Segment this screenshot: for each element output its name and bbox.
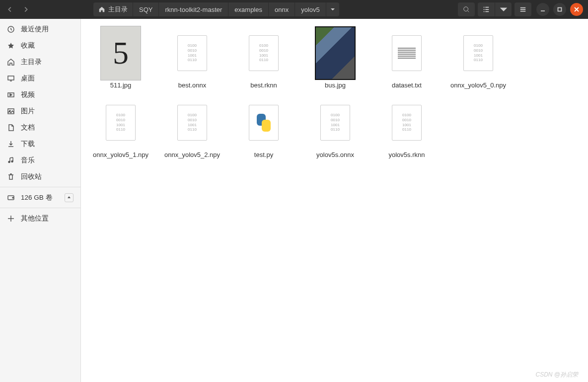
sidebar-item-recent[interactable]: 最近使用 [0,21,80,37]
sidebar-item-home[interactable]: 主目录 [0,54,80,70]
sidebar-item-videos[interactable]: 视频 [0,86,80,103]
breadcrumb-item[interactable]: onnx [269,2,295,16]
breadcrumb-home-label: 主目录 [108,5,128,14]
svg-rect-3 [8,76,14,80]
file-label: test.py [254,151,273,158]
video-icon [7,91,15,99]
file-item[interactable]: dataset.txt [371,25,442,94]
binary-file-icon: 0100001010010110 [463,35,493,71]
plus-icon [7,215,15,223]
svg-rect-1 [558,8,562,11]
file-label: yolov5s.onnx [316,151,354,158]
svg-point-0 [464,7,468,11]
binary-file-icon: 0100001010010110 [177,105,207,141]
sidebar-item-pictures[interactable]: 图片 [0,103,80,119]
sidebar-item-label: 收藏 [21,41,35,50]
sidebar-item-label: 回收站 [21,172,42,181]
file-item[interactable]: bus.jpg [299,25,371,94]
file-item[interactable]: 0100001010010110yolov5s.onnx [299,94,371,164]
sidebar-item-music[interactable]: 音乐 [0,152,80,168]
sidebar-item-desktop[interactable]: 桌面 [0,70,80,86]
clock-icon [7,25,15,33]
sidebar-item-starred[interactable]: 收藏 [0,37,80,54]
binary-file-icon: 0100001010010110 [320,105,350,141]
trash-icon [7,173,15,181]
document-icon [7,124,15,132]
eject-button[interactable] [65,193,74,202]
breadcrumb-dropdown[interactable] [326,7,339,12]
file-item[interactable]: 0100001010010110onnx_yolov5_1.npy [85,94,156,164]
breadcrumb-item[interactable]: rknn-toolkit2-master [159,2,228,16]
monitor-icon [7,75,15,82]
sidebar-item-label: 126 GB 卷 [21,193,53,202]
sidebar-item-label: 下载 [21,140,35,149]
sidebar-item-label: 桌面 [21,74,35,83]
sidebar-other-locations[interactable]: 其他位置 [0,210,80,227]
file-item[interactable]: 0100001010010110onnx_yolov5_2.npy [156,94,228,164]
file-label: bus.jpg [325,81,346,89]
file-label: onnx_yolov5_2.npy [164,151,220,158]
download-icon [7,140,15,148]
sidebar-item-label: 图片 [21,107,35,116]
image-thumbnail: 5 [100,26,141,80]
sidebar-item-trash[interactable]: 回收站 [0,168,80,185]
watermark: CSDN @孙启荣 [535,371,578,379]
file-label: 511.jpg [110,81,132,89]
file-label: best.rknn [250,81,277,89]
sidebar-item-label: 文档 [21,123,35,132]
close-button[interactable] [570,3,583,16]
sidebar-item-label: 音乐 [21,156,35,165]
file-pane[interactable]: 5511.jpg0100001010010110best.onnx0100001… [81,19,588,382]
file-label: onnx_yolov5_1.npy [93,151,148,158]
sidebar-item-label: 视频 [21,90,35,99]
file-label: onnx_yolov5_0.npy [450,81,506,89]
binary-file-icon: 0100001010010110 [177,35,207,71]
home-icon [98,6,105,13]
sidebar-item-downloads[interactable]: 下载 [0,136,80,152]
binary-file-icon: 0100001010010110 [249,35,279,71]
image-thumbnail [315,26,356,80]
image-icon [7,107,15,115]
svg-point-8 [11,160,13,162]
sidebar-item-label: 主目录 [21,58,42,67]
disk-icon [7,194,15,202]
file-label: dataset.txt [392,81,422,89]
sidebar-item-documents[interactable]: 文档 [0,119,80,136]
view-list-button[interactable] [478,2,495,16]
breadcrumb-item[interactable]: yolov5 [295,2,326,16]
breadcrumb: 主目录 SQY rknn-toolkit2-master examples on… [93,2,339,16]
view-dropdown-button[interactable] [495,2,512,16]
file-label: best.onnx [178,81,206,89]
file-item[interactable]: 0100001010010110best.onnx [156,25,228,94]
maximize-button[interactable] [553,3,566,16]
svg-point-10 [12,197,13,198]
sidebar: 最近使用收藏主目录桌面视频图片文档下载音乐回收站 126 GB 卷 其他位置 [0,19,81,382]
sidebar-volume[interactable]: 126 GB 卷 [0,189,80,206]
titlebar: 主目录 SQY rknn-toolkit2-master examples on… [0,0,588,19]
file-item[interactable]: test.py [228,94,299,164]
binary-file-icon: 0100001010010110 [106,105,136,141]
forward-button[interactable] [19,2,33,16]
file-item[interactable]: 5511.jpg [85,25,156,94]
breadcrumb-item[interactable]: examples [228,2,269,16]
sidebar-item-label: 最近使用 [21,25,49,34]
sidebar-item-label: 其他位置 [21,214,49,223]
file-label: yolov5s.rknn [389,151,425,158]
breadcrumb-home[interactable]: 主目录 [93,2,133,16]
back-button[interactable] [3,2,17,16]
text-file-icon [392,35,422,71]
file-item[interactable]: 0100001010010110best.rknn [228,25,299,94]
python-file-icon [249,105,279,141]
star-icon [7,42,15,50]
hamburger-menu-button[interactable] [514,2,531,16]
search-button[interactable] [458,2,475,16]
svg-point-7 [8,161,10,162]
music-icon [7,156,15,164]
home-icon [7,58,15,66]
file-item[interactable]: 0100001010010110yolov5s.rknn [371,94,442,164]
file-item[interactable]: 0100001010010110onnx_yolov5_0.npy [442,25,514,94]
breadcrumb-item[interactable]: SQY [133,2,159,16]
minimize-button[interactable] [536,3,549,16]
binary-file-icon: 0100001010010110 [392,105,422,141]
